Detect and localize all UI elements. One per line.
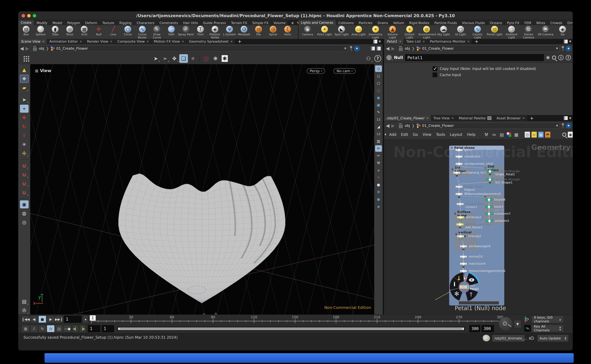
network-back-button[interactable]: ◀ bbox=[386, 123, 390, 128]
node-name-field[interactable]: Petal1 bbox=[405, 54, 544, 61]
frame-step-back-button[interactable]: ◂ bbox=[83, 316, 88, 323]
reference-plane-icon[interactable]: ◇ bbox=[375, 65, 382, 72]
node-polywire3[interactable]: polywire3 bbox=[486, 220, 493, 222]
play-forward-button[interactable]: ▶ bbox=[47, 316, 54, 323]
node-matchsize4[interactable]: matchsize4 bbox=[460, 263, 467, 265]
checkbox-cache-input[interactable] bbox=[433, 72, 437, 77]
shelf-left-tab-create[interactable]: Create bbox=[18, 20, 34, 25]
network-pin-icon[interactable] bbox=[562, 123, 564, 128]
location-pin-icon[interactable]: ◈ bbox=[375, 203, 382, 210]
node-center1[interactable]: Group CreateCenter1$OS bbox=[457, 203, 464, 205]
pane-expand-icon[interactable] bbox=[377, 46, 381, 51]
global-end-field[interactable]: 300 bbox=[482, 325, 494, 332]
peak-tool-icon[interactable]: ⇧ bbox=[20, 131, 29, 140]
background-image-icon[interactable]: ▨ bbox=[538, 132, 544, 137]
shelf-tool-file[interactable]: ▤File bbox=[251, 25, 266, 39]
node-add-noise2[interactable]: Attribute WrangleAdd_Noise2 bbox=[456, 223, 464, 226]
network-menu-layout[interactable]: Layout bbox=[450, 132, 463, 137]
move-tool[interactable]: ✥▾ bbox=[170, 54, 179, 63]
wrench-tools-icon[interactable]: ⚒ bbox=[375, 160, 382, 166]
shelf-tool-path[interactable]: ⌒Path bbox=[164, 25, 179, 39]
param-pane-dropdown[interactable]: ▼ bbox=[569, 40, 571, 43]
shelf-right-tab-particle-fluids[interactable]: Particle Fluids bbox=[432, 20, 460, 25]
audio-button[interactable]: ♪ bbox=[30, 325, 38, 332]
headlight-icon[interactable]: ◌ bbox=[375, 87, 382, 94]
param-new-tab[interactable]: + bbox=[472, 39, 481, 44]
shelf-right-tab-lights-and-cameras[interactable]: Lights and Cameras bbox=[298, 20, 336, 25]
network-editor[interactable]: Geometry Non-Commercial Edition Petal1 (… bbox=[384, 139, 573, 314]
param-crumb-root[interactable]: obj bbox=[405, 46, 410, 51]
network-menu-add[interactable]: Add bbox=[389, 132, 396, 137]
shelf-tool-area-light[interactable]: ▭Area Light bbox=[350, 25, 367, 39]
shelf-tool-spiral[interactable]: @Spiral bbox=[266, 25, 280, 39]
color-palette-icon[interactable] bbox=[506, 132, 512, 137]
shelf-right-tab-rigid-bodies[interactable]: Rigid Bodies bbox=[407, 20, 432, 25]
shelf-tool-helix[interactable]: ξHelix bbox=[280, 25, 295, 39]
shelf-tool-grid[interactable]: ▦Grid bbox=[77, 25, 92, 39]
list-stripes-icon[interactable]: ▤ bbox=[499, 131, 505, 138]
channel-sync-icon[interactable]: ⟳ bbox=[524, 316, 531, 323]
node-edges2[interactable]: Group CreateEdges2$OS bbox=[455, 186, 463, 188]
memory-brain-icon[interactable] bbox=[483, 335, 490, 341]
scene-new-tab[interactable]: + bbox=[235, 39, 244, 44]
scene-tab-geometry-spreadsheet[interactable]: Geometry Spreadsheet✕ bbox=[187, 39, 235, 44]
shelf-left-tab-terrain-fx[interactable]: Terrain FX bbox=[228, 20, 250, 25]
param-close-take-list[interactable]: ✕ bbox=[423, 40, 425, 43]
update-mode-dropdown[interactable]: Auto Update▲▼ bbox=[537, 335, 569, 342]
shelf-left-tab-hair-utils[interactable]: Hair Utils bbox=[181, 20, 201, 25]
snap-multi-icon[interactable]: ∪▾ bbox=[20, 188, 29, 196]
network-menu-help[interactable]: Help bbox=[467, 132, 476, 137]
shelf-tool-l-system[interactable]: ΨL-System bbox=[222, 25, 237, 39]
lens-zoom-icon[interactable]: ◎ bbox=[20, 218, 29, 226]
help-button[interactable]: ? bbox=[374, 55, 381, 62]
display-points-icon[interactable]: ❖ bbox=[20, 75, 29, 83]
pen-strokes-icon[interactable]: ✎ bbox=[375, 109, 382, 116]
shelf-tool-curve-bezier[interactable]: ∿Curve Bezier bbox=[135, 25, 150, 39]
sticky-notes-icon[interactable]: ▱ bbox=[531, 132, 537, 137]
shelf-right-tab-wires[interactable]: Wires bbox=[534, 20, 548, 25]
param-tab-take-list[interactable]: Take List✕ bbox=[404, 39, 427, 44]
linked-pane-icon[interactable] bbox=[371, 46, 375, 51]
network-crumb-node[interactable]: 01_Create_Flower bbox=[422, 124, 454, 128]
info-icon[interactable]: i bbox=[558, 55, 564, 60]
node-uvtexture3[interactable]: uvtexture3uv bbox=[455, 156, 463, 158]
shelf-left-tab-polygon[interactable]: Polygon bbox=[65, 20, 83, 25]
shelf-left-tab-rigging[interactable]: Rigging bbox=[117, 20, 134, 25]
display-normals-icon[interactable]: ▲ bbox=[20, 66, 29, 74]
selection-circle-icon[interactable]: ○ bbox=[375, 80, 382, 86]
prev-key-button[interactable]: ◀▏ bbox=[72, 325, 79, 332]
param-close-performance-monitor[interactable]: ✕ bbox=[467, 40, 470, 43]
shelf-right-tab-collisions[interactable]: Collisions bbox=[336, 20, 356, 25]
shelf-left-tab-simple-fx[interactable]: Simple FX bbox=[250, 20, 271, 25]
label-12b[interactable]: 12 bbox=[375, 131, 382, 137]
scene-tab-render-view[interactable]: Render View✕ bbox=[85, 39, 115, 44]
shelf-tool-point-light[interactable]: ☀Point Light bbox=[316, 25, 333, 39]
shelf-tool-tube[interactable]: ▮Tube bbox=[48, 25, 62, 39]
param-close-petal1[interactable]: ✕ bbox=[399, 40, 401, 43]
zoom-select[interactable]: ⌗ bbox=[188, 54, 197, 63]
loop-mode-button[interactable]: ↻ bbox=[39, 325, 46, 332]
select-objects-mode[interactable]: ❏ bbox=[179, 54, 188, 63]
scene-close-composite-view[interactable]: ✕ bbox=[147, 40, 149, 43]
node-blast3[interactable]: blast3not: 23 bbox=[485, 206, 493, 208]
shelf-tool-font[interactable]: TFont bbox=[193, 25, 208, 39]
keys-summary-dropdown[interactable]: 0 keys, 0/0 channels▲ bbox=[532, 316, 563, 323]
shelf-tool-sw[interactable]: ◈Sw bbox=[554, 25, 571, 39]
param-tab-performance-monitor[interactable]: Performance Monitor✕ bbox=[428, 39, 472, 44]
recook-icon[interactable]: ♻ bbox=[529, 335, 536, 342]
shelf-left-tab-constraints[interactable]: Constraints bbox=[157, 20, 181, 25]
scene-pane-menu-icon[interactable] bbox=[373, 39, 377, 44]
network-palette-expander[interactable]: ▲ bbox=[384, 133, 386, 135]
key-options-dropdown[interactable]: ▼ bbox=[514, 320, 521, 328]
view-tool[interactable]: ➤▾ bbox=[151, 54, 160, 63]
shelf-right-tab-fem[interactable]: FEM bbox=[522, 20, 534, 25]
viewport[interactable]: ▦ View Persp▾ No cam▾ Non-Commercial Edi… bbox=[30, 64, 374, 314]
jump-start-button[interactable]: ❙◀◀ bbox=[22, 316, 29, 323]
toolbox-grid-icon[interactable] bbox=[23, 55, 29, 62]
rotate-tool-icon[interactable]: ↻ bbox=[20, 123, 29, 130]
scene-tab-composite-view[interactable]: Composite View✕ bbox=[115, 39, 151, 44]
shelf-tool-metaball[interactable]: ʘMetaball bbox=[237, 25, 251, 39]
network-pane-dropdown[interactable]: ▼ bbox=[569, 117, 571, 120]
scene-follow-target-icon[interactable] bbox=[354, 46, 359, 51]
param-crumb-node[interactable]: 01_Create_Flower bbox=[422, 46, 454, 51]
